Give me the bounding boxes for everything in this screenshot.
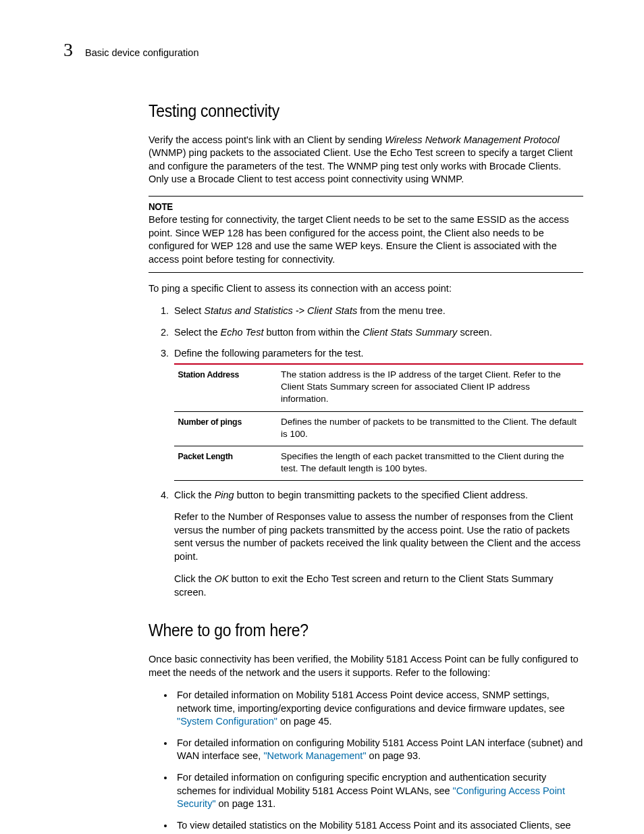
table-row: Number of pings Defines the number of pa… (174, 411, 583, 446)
table-row: Packet Length Specifies the length of ea… (174, 446, 583, 480)
step-2: Select the Echo Test button from within … (171, 326, 583, 340)
note-body: Before testing for connectivity, the tar… (149, 213, 583, 266)
bullet-3: For detailed information on configuring … (174, 771, 583, 811)
text: For detailed information on Mobility 518… (177, 689, 565, 714)
chapter-title: Basic device configuration (85, 47, 198, 60)
section-heading-where: Where to go from here? (149, 619, 548, 642)
step-4-sub1: Refer to the Number of Responses value t… (174, 511, 583, 563)
content-area: Testing connectivity Verify the access p… (149, 100, 583, 834)
emphasis: Status and Statistics -> Client Stats (204, 305, 357, 316)
param-desc: Defines the number of packets to be tran… (277, 411, 583, 446)
page: 3 Basic device configuration Testing con… (0, 0, 644, 834)
section-heading-testing: Testing connectivity (149, 100, 548, 123)
lead-paragraph: To ping a specific Client to assess its … (149, 282, 583, 296)
text: button to exit the Echo Test screen and … (174, 573, 554, 598)
step-4: Click the Ping button to begin transmitt… (171, 489, 583, 502)
text: Select (174, 305, 204, 316)
text: on page 131. (216, 798, 276, 809)
param-name: Station Address (174, 364, 269, 411)
running-header: 3 Basic device configuration (61, 37, 583, 63)
text: screen. (457, 327, 492, 338)
step-3: Define the following parameters for the … (171, 347, 583, 481)
emphasis: Wireless Network Management Protocol (385, 134, 560, 145)
steps-list: Select Status and Statistics -> Client S… (149, 305, 583, 502)
section2-intro: Once basic connectivity has been verifie… (149, 653, 583, 679)
text: Define the following parameters for the … (174, 348, 363, 359)
text: To view detailed statistics on the Mobil… (177, 820, 571, 831)
text: from the menu tree. (357, 305, 446, 316)
param-name: Packet Length (174, 446, 269, 480)
table-row: Station Address The station address is t… (174, 364, 583, 411)
text: (WNMP) ping packets to the associated Cl… (149, 147, 572, 184)
bullet-list: For detailed information on Mobility 518… (149, 689, 583, 834)
text: Click the (174, 573, 215, 584)
param-desc: The station address is the IP address of… (277, 364, 583, 411)
param-name: Number of pings (174, 411, 269, 446)
emphasis: Client Stats Summary (363, 327, 457, 338)
note-title: NOTE (149, 201, 548, 214)
emphasis: Echo Test (221, 327, 264, 338)
emphasis: OK (215, 573, 229, 584)
parameter-table: Station Address The station address is t… (174, 363, 583, 481)
link-system-configuration[interactable]: "System Configuration" (177, 716, 277, 727)
link-network-management[interactable]: "Network Management" (263, 750, 366, 761)
bullet-1: For detailed information on Mobility 518… (174, 689, 583, 729)
bullet-4: To view detailed statistics on the Mobil… (174, 819, 583, 834)
step-4-sub2: Click the OK button to exit the Echo Tes… (174, 573, 583, 599)
param-desc: Specifies the length of each packet tran… (277, 446, 583, 480)
chapter-number: 3 (63, 37, 73, 63)
text: button to begin transmitting packets to … (234, 490, 528, 500)
intro-paragraph: Verify the access point's link with an C… (149, 134, 583, 186)
bullet-2: For detailed information on configuring … (174, 737, 583, 763)
text: on page 93. (367, 750, 421, 761)
text: on page 45. (277, 716, 332, 727)
text: Select the (174, 327, 221, 338)
note-block: NOTE Before testing for connectivity, th… (149, 196, 583, 273)
text: Click the (174, 490, 215, 500)
step-1: Select Status and Statistics -> Client S… (171, 305, 583, 318)
emphasis: Ping (215, 490, 234, 500)
text: button from within the (263, 327, 363, 338)
text: Verify the access point's link with an C… (149, 134, 385, 145)
